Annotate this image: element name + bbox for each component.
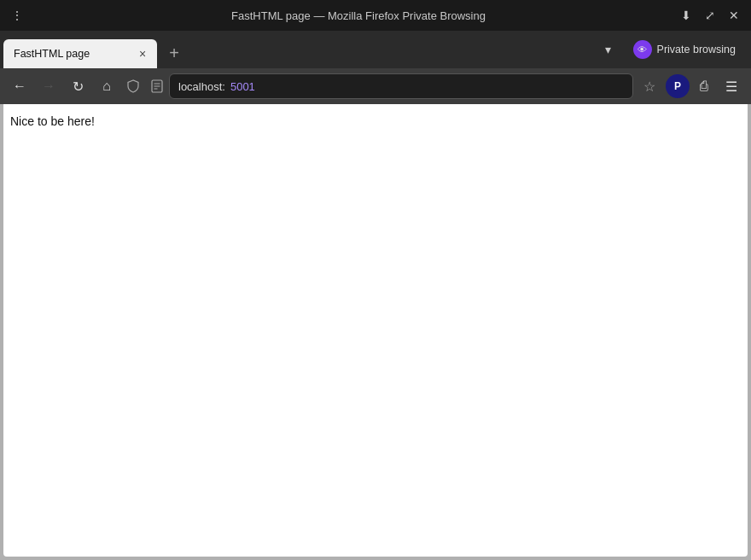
forward-icon: → bbox=[42, 79, 55, 94]
new-tab-icon: + bbox=[169, 44, 179, 63]
page-icon bbox=[148, 78, 166, 95]
window-controls: ⬇ ⤢ ✕ bbox=[676, 5, 744, 26]
share-button[interactable]: ⎙ bbox=[691, 73, 717, 99]
address-text: localhost: bbox=[178, 80, 225, 93]
page-content: Nice to be here! bbox=[10, 114, 741, 128]
restore-icon: ⤢ bbox=[705, 9, 715, 22]
restore-button[interactable]: ⤢ bbox=[700, 5, 720, 26]
home-icon: ⌂ bbox=[102, 79, 111, 94]
close-tab-button[interactable]: × bbox=[135, 46, 150, 61]
back-button[interactable]: ← bbox=[7, 73, 32, 99]
window-title: FastHTML page — Mozilla Firefox Private … bbox=[231, 9, 486, 22]
active-tab[interactable]: FastHTML page × bbox=[3, 39, 157, 68]
tab-title: FastHTML page bbox=[14, 48, 130, 60]
download-icon: ⬇ bbox=[681, 9, 691, 22]
nav-bar: ← → ↻ ⌂ localhost:5001 ☆ P ⎙ bbox=[0, 68, 751, 104]
profile-label: P bbox=[674, 80, 681, 92]
back-icon: ← bbox=[13, 79, 26, 94]
title-bar-left: ⋮ bbox=[7, 5, 41, 26]
close-tab-icon: × bbox=[139, 47, 146, 61]
forward-button[interactable]: → bbox=[36, 73, 61, 99]
close-button[interactable]: ✕ bbox=[724, 5, 744, 26]
content-area: Nice to be here! bbox=[3, 104, 748, 557]
private-browsing-icon: 👁 bbox=[633, 40, 652, 59]
main-text: Nice to be here! bbox=[10, 114, 95, 128]
title-bar: ⋮ FastHTML page — Mozilla Firefox Privat… bbox=[0, 0, 751, 31]
tab-dropdown-button[interactable]: ▾ bbox=[596, 37, 621, 62]
private-browsing-button[interactable]: 👁 Private browsing bbox=[625, 37, 744, 62]
reload-button[interactable]: ↻ bbox=[65, 73, 90, 99]
dots-icon: ⋮ bbox=[11, 9, 23, 22]
private-browsing-label: Private browsing bbox=[657, 44, 736, 55]
close-icon: ✕ bbox=[729, 9, 739, 22]
tab-bar-left: FastHTML page × + bbox=[0, 31, 589, 68]
chevron-down-icon: ▾ bbox=[605, 43, 611, 56]
reload-icon: ↻ bbox=[73, 79, 84, 95]
address-port: 5001 bbox=[230, 80, 255, 93]
tab-bar-right: ▾ 👁 Private browsing bbox=[589, 31, 751, 68]
star-icon: ☆ bbox=[643, 79, 655, 95]
home-button[interactable]: ⌂ bbox=[94, 73, 119, 99]
shield-icon bbox=[123, 76, 143, 96]
menu-button[interactable]: ☰ bbox=[719, 73, 744, 99]
address-bar[interactable]: localhost:5001 bbox=[169, 73, 633, 99]
share-icon: ⎙ bbox=[700, 79, 708, 94]
bookmark-button[interactable]: ☆ bbox=[637, 73, 662, 99]
tab-bar: FastHTML page × + ▾ 👁 Private browsing bbox=[0, 31, 751, 68]
new-tab-button[interactable]: + bbox=[160, 39, 188, 67]
window-menu-button[interactable]: ⋮ bbox=[7, 5, 27, 26]
hamburger-icon: ☰ bbox=[725, 79, 737, 95]
profile-button[interactable]: P bbox=[666, 74, 690, 98]
download-button[interactable]: ⬇ bbox=[676, 5, 696, 26]
nav-bar-right: P ⎙ ☰ bbox=[666, 73, 744, 99]
